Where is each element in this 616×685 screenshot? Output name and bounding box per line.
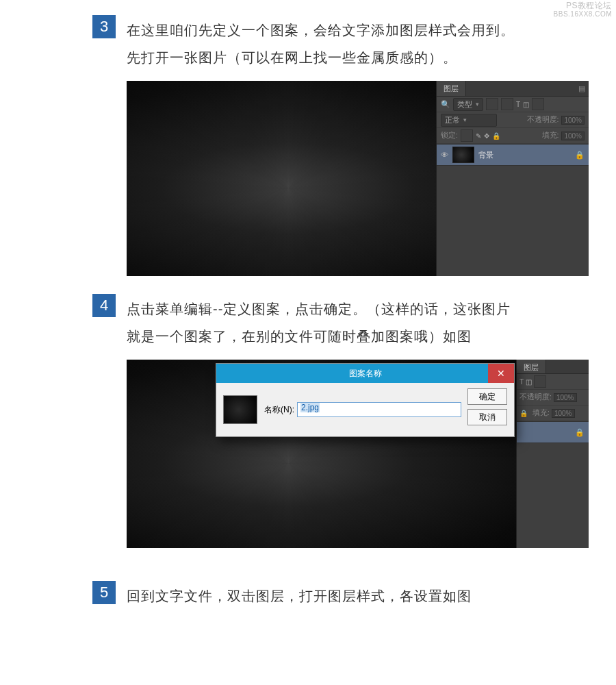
blend-mode-dropdown[interactable]: 正常: [441, 114, 497, 127]
filter-shape-icon[interactable]: ◫: [523, 101, 529, 108]
step-number-badge: 4: [92, 294, 116, 317]
name-label: 名称(N):: [264, 404, 294, 416]
dialog-titlebar[interactable]: 图案名称 ✕: [216, 364, 514, 383]
screenshot-step3: 图层 ▤ 🔍 类型 T ◫ 正常 不透明度: 100% 锁定: ✎: [127, 81, 589, 276]
layer-thumbnail[interactable]: [452, 147, 474, 163]
panel-tabbar: 图层 ▤: [437, 81, 589, 97]
layer-name: 背景: [478, 150, 493, 160]
lock-brush-icon[interactable]: ✎: [476, 132, 481, 140]
lock-all-icon[interactable]: 🔒: [519, 410, 528, 417]
opacity-label: 不透明度:: [519, 393, 552, 402]
step-4: 4 点击菜单编辑--定义图案，点击确定。（这样的话，这张图片就是一个图案了，在别…: [0, 294, 616, 548]
fill-label: 填充:: [532, 408, 550, 418]
layers-panel-cropped: 图层 T ◫ 不透明度: 100% 🔒 填充: 100% 🔒: [516, 360, 589, 548]
panel-menu-icon[interactable]: ▤: [575, 81, 589, 96]
layers-empty-area: [437, 166, 589, 276]
step-5-text: 回到文字文件，双击图层，打开图层样式，各设置如图: [127, 581, 517, 610]
ok-button[interactable]: 确定: [467, 388, 507, 405]
opacity-value[interactable]: 100%: [554, 393, 577, 402]
filter-type-dropdown[interactable]: 类型: [453, 98, 483, 111]
lock-label: 锁定:: [441, 131, 458, 140]
pattern-thumbnail: [223, 395, 257, 424]
step-number-badge: 3: [92, 15, 116, 38]
lock-icon[interactable]: 🔒: [575, 428, 585, 437]
layer-row-background[interactable]: 👁 背景 🔒: [437, 144, 589, 166]
filter-text-icon[interactable]: T: [519, 378, 524, 386]
dialog-title: 图案名称: [349, 368, 382, 379]
pattern-name-dialog: 图案名称 ✕ 名称(N): 2.jpg 确定 取消: [216, 363, 515, 437]
step-4-text: 点击菜单编辑--定义图案，点击确定。（这样的话，这张图片就是一个图案了，在别的文…: [127, 294, 517, 350]
fill-value[interactable]: 100%: [561, 132, 585, 140]
tab-layers[interactable]: 图层: [437, 81, 466, 96]
opacity-label: 不透明度:: [527, 115, 559, 125]
search-icon[interactable]: 🔍: [441, 100, 450, 109]
filter-pixel-icon[interactable]: [486, 98, 498, 110]
filter-smart-icon[interactable]: [532, 98, 544, 110]
filter-shape-icon[interactable]: ◫: [526, 378, 532, 386]
filter-adjust-icon[interactable]: [501, 98, 513, 110]
lock-icon-1[interactable]: [461, 129, 473, 142]
opacity-value[interactable]: 100%: [561, 116, 585, 125]
lock-row: 锁定: ✎ ✥ 🔒 填充: 100%: [437, 128, 589, 144]
blend-row: 正常 不透明度: 100%: [437, 112, 589, 128]
lock-icon[interactable]: 🔒: [575, 151, 585, 160]
layers-panel: 图层 ▤ 🔍 类型 T ◫ 正常 不透明度: 100% 锁定: ✎: [436, 81, 589, 276]
visibility-icon[interactable]: 👁: [441, 151, 448, 159]
step-3-text: 在这里咱们先定义一个图案，会给文字添加图层样式会用到。先打开一张图片（可以在网上…: [127, 15, 517, 71]
step-5: 5 回到文字文件，双击图层，打开图层样式，各设置如图: [0, 581, 616, 610]
lock-move-icon[interactable]: ✥: [484, 132, 489, 140]
lock-all-icon[interactable]: 🔒: [492, 132, 500, 140]
filter-smart-icon[interactable]: [534, 375, 546, 388]
cancel-button[interactable]: 取消: [467, 409, 507, 425]
fill-value[interactable]: 100%: [552, 409, 575, 418]
filter-row: 🔍 类型 T ◫: [437, 97, 589, 112]
screenshot-step4: 图层 T ◫ 不透明度: 100% 🔒 填充: 100% 🔒: [127, 360, 589, 548]
tab-layers[interactable]: 图层: [517, 360, 546, 373]
close-button[interactable]: ✕: [488, 364, 514, 383]
fill-label: 填充:: [542, 131, 559, 140]
watermark-line1: PS教程论坛: [566, 1, 612, 10]
step-number-badge: 5: [92, 581, 116, 604]
step-3: 3 在这里咱们先定义一个图案，会给文字添加图层样式会用到。先打开一张图片（可以在…: [0, 15, 616, 276]
name-input[interactable]: 2.jpg: [297, 402, 461, 417]
filter-text-icon[interactable]: T: [516, 101, 520, 108]
